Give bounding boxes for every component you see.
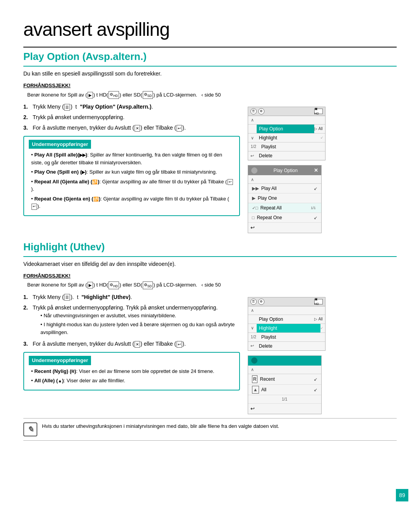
popup-header: Highlight ✕ [248, 356, 321, 366]
menu-icon: ☰ [250, 299, 257, 305]
section2-intro: Videokameraet viser en tilfeldig del av … [23, 260, 397, 268]
up-arrow-icon: ∧ [248, 307, 257, 314]
section-play-option: Play Option (Avsp.altern.) Du kan stille… [23, 49, 397, 233]
popup-repeat-one-row: □ Repeat One ↙ [248, 213, 321, 223]
back-icon: ↩ [248, 343, 257, 349]
gear-icon: ⚙ [258, 299, 264, 305]
nav-play-option-right: ▷ All [314, 126, 325, 132]
submenu-item: Recent (Nylig) (R): Viser en del av film… [31, 368, 234, 375]
section1-step1: 1. Trykk Meny (☰) t "Play Option" (Avsp.… [23, 103, 240, 111]
step-text: Trykk på ønsket undermenyoppføring. Tryk… [33, 304, 240, 338]
back-icon: ↩ [250, 405, 255, 413]
nav-play-option-row: Play Option ▷ All [248, 315, 325, 324]
popup-up-arrow: ∧ [248, 366, 257, 373]
step-num: 3. [23, 124, 30, 132]
submenu-title: Undermenyoppføringer [29, 356, 91, 365]
popup-page-row: 1/1 [248, 395, 321, 404]
section1-intro: Du kan stille en spesiell avspillingssti… [23, 70, 397, 78]
step-text: Trykk på ønsket undermenyoppføring. [33, 113, 240, 121]
nav-playlist-row: 1/2 Playlist [248, 142, 325, 151]
nav-delete-label: Delete [257, 151, 325, 160]
nav-up-row: ∧ [248, 116, 325, 125]
section2-content: 1. Trykk Meny (☰). t "Highlight" (Uthev)… [23, 293, 397, 414]
popup-play-one-row: ▶ Play One [248, 193, 321, 203]
back-icon: ↩ [248, 153, 257, 159]
popup-content: ∧ ▶▶ Play All ↙ ▶ Play One ✓□ Repeat All [248, 175, 321, 233]
step-num: 3. [23, 340, 30, 348]
popup-repeat-one-label: Repeat One [257, 214, 282, 221]
cursor-icon: ↙ [314, 215, 317, 221]
popup-menu-icon [251, 167, 257, 174]
section1-prereq-text: Berør ikonene for Spill av (▶) t HD(⚙HD)… [27, 91, 397, 99]
popup-back-row: ↩ [248, 223, 321, 233]
section2-title: Highlight (Uthev) [23, 239, 397, 257]
section2-step1: 1. Trykk Meny (☰). t "Highlight" (Uthev)… [23, 293, 240, 301]
section2-submenu: Undermenyoppføringer Recent (Nylig) (R):… [23, 352, 240, 390]
nav-playlist-label: Playlist [259, 333, 325, 341]
popup-title: Highlight [276, 357, 295, 364]
all-icon: ▲ [252, 386, 259, 394]
submenu-item: Play All (Spill alle)(▶▶): Spiller av fi… [31, 151, 234, 166]
nav-play-option-label: Play Option [257, 125, 315, 133]
nav-highlight-label: Highlight [257, 324, 320, 332]
step-num: 2. [23, 304, 30, 338]
popup-recent-row: R Recent ↙ [248, 374, 321, 385]
step-num: 1. [23, 293, 30, 301]
section1-steps: 1. Trykk Meny (☰) t "Play Option" (Avsp.… [23, 103, 240, 220]
popup-back-row: ↩ [248, 404, 321, 414]
section2-ui: ☰ ⚙ ▣ HD ∧ Play Option ▷ All [248, 293, 390, 414]
section1-ui: ☰ ⚙ ▣ HD ∧ Play Option ▷ All [248, 103, 390, 233]
popup-menu-icon [251, 357, 257, 364]
popup-content: ∧ R Recent ↙ ▲ All ↙ 1/1 [248, 366, 321, 414]
step-num: 2. [23, 113, 30, 121]
down-arrow-icon: ∨ [248, 325, 257, 331]
ui-header: ☰ ⚙ ▣ HD [248, 107, 325, 116]
note-box: ✎ Hvis du starter uthevingsfunksjonen i … [23, 418, 397, 441]
popup-all-row: ▲ All ↙ [248, 385, 321, 395]
main-title: avansert avspilling [23, 16, 397, 47]
nav-delete-label: Delete [257, 342, 325, 350]
ui-widget-main-menu-1: ☰ ⚙ ▣ HD ∧ Play Option ▷ All [248, 107, 326, 160]
popup-nav-row: ∧ [248, 366, 321, 374]
popup-repeat-all-label: Repeat All [260, 204, 282, 211]
popup-recent-label: Recent [260, 376, 275, 383]
popup-close-icon: ✕ [314, 357, 318, 365]
step-text: For å avslutte menyen, trykker du Avslut… [33, 124, 240, 132]
ui-header: ☰ ⚙ ▣ HD [248, 297, 325, 306]
back-icon: ↩ [250, 224, 255, 232]
page-indicator: 1/2 [248, 144, 259, 149]
nav-highlight-row: ∨ Highlight ↙ [248, 324, 325, 333]
section1-submenu: Undermenyoppføringer Play All (Spill all… [23, 136, 240, 216]
step-text: Trykk Meny (☰). t "Highlight" (Uthev). [33, 293, 240, 301]
popup-repeat-all-row: ✓□ Repeat All 1/1 [248, 203, 321, 213]
nav-empty [257, 309, 325, 311]
down-arrow-icon: ∨ [248, 135, 257, 141]
step-sub: I highlight-modus kan du justere lyden v… [40, 321, 240, 336]
play-all-icon: ▶▶ [252, 185, 259, 192]
section-highlight: Highlight (Uthev) Videokameraet viser en… [23, 239, 397, 441]
recent-icon: R [252, 375, 258, 383]
step-text: For å avslutte menyen, trykker du Avslut… [33, 340, 240, 348]
nav-play-option-row: Play Option ▷ All [248, 125, 325, 134]
nav-play-option-label: Play Option [257, 315, 315, 324]
popup-all-label: All [261, 386, 266, 393]
ui-nav: ∧ Play Option ▷ All ∨ Highlight ↙ 1/ [248, 306, 325, 350]
section1-prereq-label: FORHÅNDSSJEKK! [23, 82, 397, 90]
submenu-item: Play One (Spill en) (▶): Spiller av kun … [31, 168, 234, 176]
nav-playlist-label: Playlist [259, 142, 325, 151]
repeat-all-icon: ✓□ [252, 205, 258, 211]
submenu-item: Repeat One (Gjenta en) (🔂): Gjentar avsp… [31, 195, 234, 210]
up-arrow-icon: ∧ [248, 117, 257, 123]
popup-nav-row: ∧ [248, 175, 321, 184]
section1-step3: 3. For å avslutte menyen, trykker du Avs… [23, 124, 240, 132]
note-icon: ✎ [23, 422, 37, 436]
battery-hd-icon: ▣ HD [314, 299, 323, 304]
popup-play-all-label: Play All [261, 185, 276, 192]
section2-step2: 2. Trykk på ønsket undermenyoppføring. T… [23, 304, 240, 338]
section1-title: Play Option (Avsp.altern.) [23, 49, 397, 67]
page-indicator: 1/1 [311, 206, 317, 211]
ui-nav: ∧ Play Option ▷ All ∨ Highlight ↙ 1/ [248, 116, 325, 160]
popup-header: Play Option ✕ [248, 165, 321, 176]
cursor-icon: ↙ [314, 387, 317, 393]
submenu-item: All (Alle) (▲): Viser deler av alle film… [31, 377, 234, 385]
